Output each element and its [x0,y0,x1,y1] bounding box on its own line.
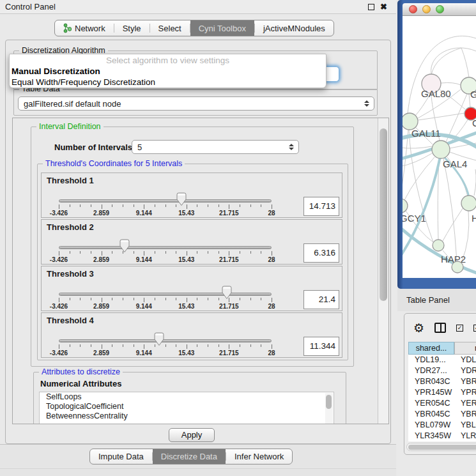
table-cell[interactable]: YPR145W [408,387,454,398]
network-edge [461,48,469,77]
tab-discretize-data[interactable]: Discretize Data [153,449,226,464]
threshold-slider-thumb[interactable] [176,192,187,206]
network-node-gal4[interactable] [432,141,450,158]
slider-axis-labels: -3.4262.8599.14415.4321.71528 [59,256,272,264]
threshold-slider-track[interactable] [59,339,272,342]
number-of-intervals-value: 5 [137,142,142,152]
table-row[interactable]: YLR345WYLR3 [408,431,476,441]
algorithm-dropdown-popup: Select algorithm to view settings Manual… [9,54,326,88]
table-cell[interactable]: YBL0 [454,420,476,431]
network-node[interactable] [452,261,463,273]
slider-ticks [59,344,272,349]
table-row[interactable]: YPR145WYPR1 [408,387,476,398]
axis-label: 21.715 [219,256,239,263]
table-cell[interactable]: YBL079W [408,420,454,431]
checkbox-icon[interactable]: ✓ [456,325,463,332]
threshold-value-field[interactable]: 6.316 [303,243,339,263]
close-traffic-light[interactable] [409,5,417,13]
table-row[interactable]: YBL079WYBL0 [408,420,476,431]
table-cell[interactable]: YER0 [454,398,476,409]
threshold-slider-thumb[interactable] [222,286,232,300]
slider-ticks [59,298,272,303]
network-edge [441,82,461,85]
network-node-label: GAL11 [411,128,441,139]
table-cell[interactable]: YBR0 [454,409,476,420]
axis-label: 2.859 [93,256,109,263]
tab-network[interactable]: Network [55,20,114,36]
thresholds-group-title: Threshold's Coordinates for 5 Intervals [43,159,185,168]
number-of-intervals-combobox[interactable]: 5 [132,140,299,154]
split-columns-icon[interactable] [434,323,446,333]
axis-label: 15.43 [178,349,194,357]
attribute-item-topologicalcoefficient[interactable]: TopologicalCoefficient [40,402,334,411]
network-node-gcy1[interactable] [403,199,408,213]
axis-label: 21.715 [219,210,239,217]
table-cell[interactable]: YDR27... [408,365,454,376]
settings-scrollpane: Interval Definition Number of Intervals … [12,118,389,424]
table-cell[interactable]: YPR1 [454,387,476,398]
table-cell[interactable]: YDL19... [408,355,454,365]
checkbox-icon[interactable]: ✓ [473,325,476,332]
tab-style[interactable]: Style [114,20,150,36]
apply-button[interactable]: Apply [169,428,215,442]
threshold-value-field[interactable]: 11.344 [303,337,339,356]
algorithm-option-equal-width-frequency-discretization[interactable]: Equal Width/Frequency Discretization [10,77,326,88]
threshold-slider-thumb[interactable] [154,332,164,346]
axis-label: 9.144 [136,349,152,357]
interval-definition-title: Interval Definition [36,122,104,131]
threshold-label: Threshold 4 [47,316,94,325]
numerical-attributes-list: SelfLoopsTopologicalCoefficientBetweenne… [39,392,334,424]
table-cell[interactable]: YBR043C [408,376,454,387]
close-icon[interactable]: ✖ [380,4,387,10]
table-cell[interactable]: YER054C [408,398,454,409]
table-row[interactable]: YDL19...YDL1 [408,355,476,365]
tab-infer-network[interactable]: Infer Network [226,449,292,464]
zoom-traffic-light[interactable] [436,5,444,13]
axis-label: 28 [268,256,275,263]
table-row[interactable]: YBR043CYBR0 [408,376,476,387]
tab-select[interactable]: Select [150,20,190,36]
table-cell[interactable]: YBR045C [408,409,454,420]
float-window-icon[interactable] [368,4,374,10]
table-row[interactable]: YBR045CYBR0 [408,409,476,420]
gear-icon[interactable]: ⚙ [413,322,424,334]
table-row[interactable]: YER054CYER0 [408,398,476,409]
table-hscrollbar-thumb[interactable] [408,445,476,450]
network-view-window: GAL80GALCGAL11GAL4GCY1HHAP2 [397,0,476,289]
attribute-item-selfloops[interactable]: SelfLoops [40,392,334,402]
minimize-traffic-light[interactable] [422,5,431,13]
network-edge [431,48,476,74]
table-cell[interactable]: YBR0 [454,376,476,387]
table-cell[interactable]: YDL1 [454,355,476,365]
axis-label: 2.859 [93,303,109,310]
column-header-na[interactable]: na [454,342,476,355]
axis-label: 2.859 [93,349,109,357]
attribute-item-betweennesscentrality[interactable]: BetweennessCentrality [40,411,334,421]
table-cell[interactable]: YLR345W [408,431,454,441]
table-data-combobox[interactable]: galFiltered.sif default node [18,96,374,111]
slider-axis-labels: -3.4262.8599.14415.4321.71528 [59,303,272,311]
threshold-value-field[interactable]: 21.4 [303,290,339,309]
threshold-slider-track[interactable] [59,293,272,296]
network-node-hap2[interactable] [433,240,444,251]
tab-impute-data[interactable]: Impute Data [90,449,152,464]
tab-cyni-toolbox[interactable]: Cyni Toolbox [190,20,254,36]
table-cell[interactable]: YLR3 [454,431,476,441]
network-window-titlebar[interactable] [403,3,476,16]
network-icon [63,23,72,33]
threshold-value-field[interactable]: 14.713 [303,197,339,216]
table-row[interactable]: YDR27...YDR2 [408,365,476,376]
network-node-h[interactable] [461,196,476,211]
threshold-slider-thumb[interactable] [119,239,130,253]
threshold-slider-track[interactable] [59,199,272,203]
control-panel-title: Control Panel [0,2,56,12]
algorithm-option-manual-discretization[interactable]: Manual Discretization [10,66,326,77]
settings-scrollbar-thumb[interactable] [380,128,387,301]
column-header-shared[interactable]: shared... [408,342,454,355]
tab-jactivemnodules[interactable]: jActiveMNodules [255,20,334,36]
attributes-list-scrollbar-thumb[interactable] [326,395,332,409]
attributes-group-title: Attributes to discretize [39,367,123,376]
table-cell[interactable]: YDR2 [454,365,476,376]
network-canvas[interactable]: GAL80GALCGAL11GAL4GCY1HHAP2 [403,16,476,278]
threshold-slider-track[interactable] [59,246,272,249]
